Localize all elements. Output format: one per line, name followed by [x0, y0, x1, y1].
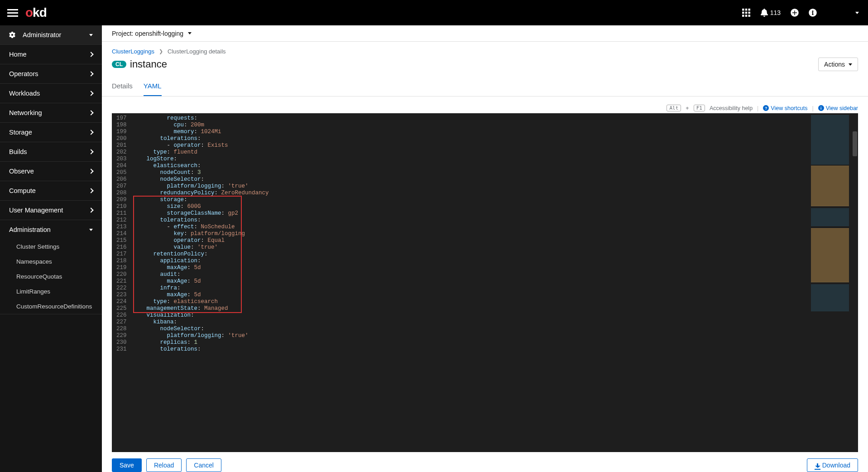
- code-line[interactable]: storage:: [133, 197, 808, 203]
- sidebar-item-builds[interactable]: Builds: [0, 142, 102, 161]
- chevron-down-icon: [89, 229, 93, 231]
- code-line[interactable]: nodeCount: 3: [133, 169, 808, 176]
- code-line[interactable]: tolerations:: [133, 346, 808, 353]
- code-line[interactable]: storageClassName: gp2: [133, 210, 808, 217]
- minimap[interactable]: [808, 113, 852, 452]
- code-content[interactable]: requests: cpu: 200m memory: 1024Mi toler…: [133, 113, 808, 452]
- sidebar-item-label: Home: [9, 51, 27, 58]
- code-line[interactable]: type: fluentd: [133, 149, 808, 156]
- kbd-alt: Alt: [667, 105, 681, 111]
- code-line[interactable]: retentionPolicy:: [133, 251, 808, 258]
- sidebar-item-networking[interactable]: Networking: [0, 103, 102, 122]
- sidebar-subitem-namespaces[interactable]: Namespaces: [0, 254, 102, 269]
- code-line[interactable]: size: 600G: [133, 203, 808, 210]
- perspective-label: Administrator: [23, 31, 61, 39]
- scrollbar-thumb[interactable]: [853, 131, 857, 156]
- apps-grid-icon[interactable]: [742, 9, 750, 17]
- sidebar-item-label: Operators: [9, 70, 38, 77]
- code-line[interactable]: kibana:: [133, 319, 808, 326]
- topbar: okd 113: [0, 0, 868, 25]
- sidebar-item-compute[interactable]: Compute: [0, 181, 102, 200]
- code-line[interactable]: logStore:: [133, 156, 808, 163]
- code-line[interactable]: maxAge: 5d: [133, 292, 808, 299]
- hamburger-icon[interactable]: [7, 7, 18, 18]
- code-line[interactable]: cpu: 200m: [133, 122, 808, 129]
- editor-scrollbar[interactable]: [852, 113, 858, 452]
- code-line[interactable]: tolerations:: [133, 135, 808, 142]
- sidebar-item-label: Administration: [9, 226, 51, 233]
- sidebar-subitem-customresourcedefinitions[interactable]: CustomResourceDefinitions: [0, 299, 102, 314]
- view-shortcuts-link[interactable]: ?View shortcuts: [763, 105, 807, 111]
- chevron-right-icon: [88, 169, 93, 173]
- project-selector[interactable]: Project: openshift-logging: [102, 25, 868, 42]
- tabs: DetailsYAML: [102, 77, 868, 96]
- code-line[interactable]: elasticsearch:: [133, 163, 808, 169]
- reload-button[interactable]: Reload: [146, 458, 182, 472]
- code-line[interactable]: maxAge: 5d: [133, 265, 808, 271]
- code-line[interactable]: audit:: [133, 271, 808, 278]
- sidebar: Administrator HomeOperatorsWorkloadsNetw…: [0, 25, 102, 472]
- sidebar-subitem-limitranges[interactable]: LimitRanges: [0, 284, 102, 299]
- code-line[interactable]: memory: 1024Mi: [133, 129, 808, 135]
- sidebar-item-home[interactable]: Home: [0, 45, 102, 64]
- code-line[interactable]: requests:: [133, 115, 808, 122]
- breadcrumb: ClusterLoggings ❯ ClusterLogging details: [112, 48, 858, 55]
- sidebar-item-observe[interactable]: Observe: [0, 162, 102, 181]
- sidebar-item-workloads[interactable]: Workloads: [0, 84, 102, 103]
- logo[interactable]: okd: [25, 5, 47, 20]
- code-line[interactable]: operator: Equal: [133, 237, 808, 244]
- chevron-right-icon: [88, 130, 93, 135]
- project-value: openshift-logging: [135, 30, 183, 37]
- view-sidebar-link[interactable]: iView sidebar: [818, 105, 858, 111]
- chevron-right-icon: [88, 207, 93, 212]
- notif-count: 113: [770, 9, 781, 16]
- tab-details[interactable]: Details: [112, 77, 133, 96]
- code-line[interactable]: redundancyPolicy: ZeroRedundancy: [133, 190, 808, 197]
- notifications-button[interactable]: 113: [760, 9, 781, 17]
- code-line[interactable]: - effect: NoSchedule: [133, 224, 808, 231]
- chevron-right-icon: ❯: [159, 48, 163, 54]
- resource-badge: CL: [112, 61, 126, 68]
- code-line[interactable]: replicas: 1: [133, 339, 808, 346]
- sidebar-item-administration[interactable]: Administration: [0, 220, 102, 239]
- code-line[interactable]: infra:: [133, 285, 808, 292]
- save-button[interactable]: Save: [112, 458, 142, 472]
- sidebar-subitem-cluster-settings[interactable]: Cluster Settings: [0, 239, 102, 254]
- help-icon[interactable]: [809, 9, 817, 17]
- code-line[interactable]: platform/logging: 'true': [133, 332, 808, 339]
- code-line[interactable]: nodeSelector:: [133, 326, 808, 332]
- chevron-right-icon: [88, 188, 93, 193]
- download-button[interactable]: Download: [807, 458, 858, 472]
- code-line[interactable]: - operator: Exists: [133, 142, 808, 149]
- actions-label: Actions: [824, 61, 845, 68]
- sidebar-subitem-resourcequotas[interactable]: ResourceQuotas: [0, 269, 102, 284]
- tab-yaml[interactable]: YAML: [144, 77, 162, 96]
- sidebar-item-user-management[interactable]: User Management: [0, 201, 102, 220]
- code-line[interactable]: type: elasticsearch: [133, 299, 808, 305]
- line-gutter: 1971981992002012022032042052062072082092…: [112, 113, 133, 452]
- code-line[interactable]: visualization:: [133, 312, 808, 319]
- code-line[interactable]: nodeSelector:: [133, 176, 808, 183]
- sidebar-item-storage[interactable]: Storage: [0, 123, 102, 142]
- cancel-button[interactable]: Cancel: [186, 458, 221, 472]
- caret-down-icon: [855, 12, 859, 14]
- sidebar-item-operators[interactable]: Operators: [0, 64, 102, 83]
- chevron-right-icon: [88, 91, 93, 96]
- svg-rect-0: [742, 9, 744, 11]
- code-line[interactable]: application:: [133, 258, 808, 265]
- perspective-switcher[interactable]: Administrator: [0, 25, 102, 44]
- code-line[interactable]: managementState: Managed: [133, 305, 808, 312]
- user-menu[interactable]: [827, 7, 861, 18]
- code-line[interactable]: value: 'true': [133, 244, 808, 251]
- svg-rect-4: [745, 12, 747, 14]
- code-line[interactable]: platform/logging: 'true': [133, 183, 808, 190]
- code-line[interactable]: tolerations:: [133, 217, 808, 224]
- yaml-editor[interactable]: 1971981992002012022032042052062072082092…: [112, 113, 858, 452]
- code-line[interactable]: maxAge: 5d: [133, 278, 808, 285]
- sidebar-item-label: Storage: [9, 129, 32, 136]
- code-line[interactable]: key: platform/logging: [133, 231, 808, 237]
- actions-menu-button[interactable]: Actions: [818, 58, 858, 71]
- project-label: Project:: [112, 30, 133, 37]
- add-icon[interactable]: [791, 9, 799, 17]
- breadcrumb-link[interactable]: ClusterLoggings: [112, 48, 154, 55]
